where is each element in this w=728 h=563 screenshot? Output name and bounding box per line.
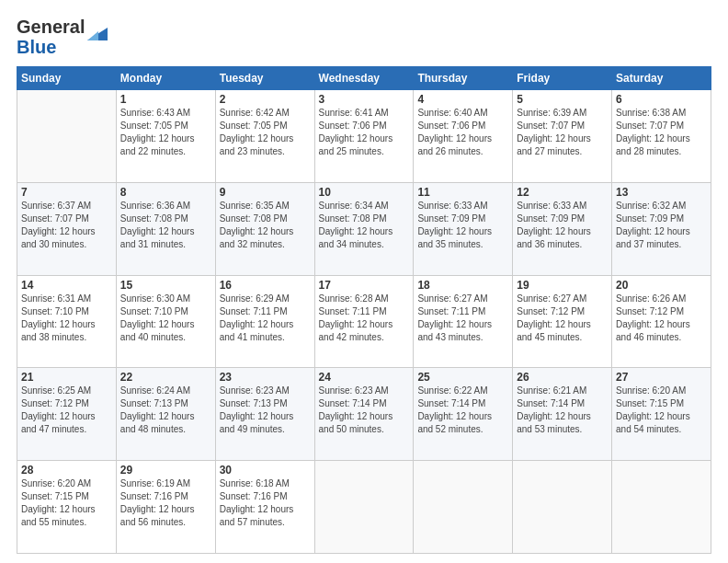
day-info: Sunrise: 6:27 AM Sunset: 7:12 PM Dayligh… bbox=[517, 293, 608, 344]
day-info: Sunrise: 6:32 AM Sunset: 7:09 PM Dayligh… bbox=[616, 200, 707, 251]
table-row: 28Sunrise: 6:20 AM Sunset: 7:15 PM Dayli… bbox=[17, 461, 117, 554]
day-info: Sunrise: 6:39 AM Sunset: 7:07 PM Dayligh… bbox=[517, 107, 608, 158]
day-info: Sunrise: 6:38 AM Sunset: 7:07 PM Dayligh… bbox=[616, 107, 707, 158]
day-number: 8 bbox=[120, 186, 211, 199]
table-row: 23Sunrise: 6:23 AM Sunset: 7:13 PM Dayli… bbox=[215, 368, 314, 461]
day-number: 26 bbox=[517, 371, 608, 384]
table-row: 15Sunrise: 6:30 AM Sunset: 7:10 PM Dayli… bbox=[116, 275, 215, 368]
day-number: 27 bbox=[616, 371, 707, 384]
header: General Blue bbox=[17, 17, 711, 57]
day-number: 29 bbox=[120, 464, 211, 477]
day-info: Sunrise: 6:35 AM Sunset: 7:08 PM Dayligh… bbox=[220, 200, 311, 251]
day-info: Sunrise: 6:34 AM Sunset: 7:08 PM Dayligh… bbox=[319, 200, 410, 251]
calendar-week-row: 28Sunrise: 6:20 AM Sunset: 7:15 PM Dayli… bbox=[17, 461, 711, 554]
day-info: Sunrise: 6:41 AM Sunset: 7:06 PM Dayligh… bbox=[319, 107, 410, 158]
day-number: 11 bbox=[417, 186, 508, 199]
day-info: Sunrise: 6:18 AM Sunset: 7:16 PM Dayligh… bbox=[220, 477, 311, 529]
table-row: 4Sunrise: 6:40 AM Sunset: 7:06 PM Daylig… bbox=[414, 90, 513, 183]
table-row: 25Sunrise: 6:22 AM Sunset: 7:14 PM Dayli… bbox=[414, 368, 513, 461]
table-row: 6Sunrise: 6:38 AM Sunset: 7:07 PM Daylig… bbox=[612, 90, 711, 183]
logo-text: General Blue bbox=[17, 17, 85, 57]
col-wednesday: Wednesday bbox=[314, 67, 414, 90]
day-info: Sunrise: 6:43 AM Sunset: 7:05 PM Dayligh… bbox=[120, 107, 211, 158]
logo-icon bbox=[87, 24, 108, 40]
logo-general: General bbox=[17, 17, 85, 37]
day-number: 21 bbox=[21, 371, 112, 384]
day-info: Sunrise: 6:30 AM Sunset: 7:10 PM Dayligh… bbox=[120, 293, 211, 344]
day-number: 18 bbox=[417, 279, 508, 292]
day-number: 16 bbox=[220, 279, 311, 292]
calendar-week-row: 14Sunrise: 6:31 AM Sunset: 7:10 PM Dayli… bbox=[17, 275, 711, 368]
table-row: 24Sunrise: 6:23 AM Sunset: 7:14 PM Dayli… bbox=[314, 368, 414, 461]
day-info: Sunrise: 6:33 AM Sunset: 7:09 PM Dayligh… bbox=[517, 200, 608, 251]
logo: General Blue bbox=[17, 17, 108, 57]
table-row: 14Sunrise: 6:31 AM Sunset: 7:10 PM Dayli… bbox=[17, 275, 117, 368]
day-number: 14 bbox=[21, 279, 112, 292]
day-info: Sunrise: 6:25 AM Sunset: 7:12 PM Dayligh… bbox=[21, 385, 112, 436]
table-row: 7Sunrise: 6:37 AM Sunset: 7:07 PM Daylig… bbox=[17, 182, 117, 275]
day-number: 30 bbox=[220, 464, 311, 477]
day-number: 3 bbox=[319, 93, 410, 106]
calendar-week-row: 21Sunrise: 6:25 AM Sunset: 7:12 PM Dayli… bbox=[17, 368, 711, 461]
day-number: 15 bbox=[120, 279, 211, 292]
day-number: 19 bbox=[517, 279, 608, 292]
table-row bbox=[513, 461, 612, 554]
day-info: Sunrise: 6:22 AM Sunset: 7:14 PM Dayligh… bbox=[417, 385, 508, 436]
day-info: Sunrise: 6:20 AM Sunset: 7:15 PM Dayligh… bbox=[616, 385, 707, 436]
day-info: Sunrise: 6:28 AM Sunset: 7:11 PM Dayligh… bbox=[319, 293, 410, 344]
table-row: 11Sunrise: 6:33 AM Sunset: 7:09 PM Dayli… bbox=[414, 182, 513, 275]
day-number: 17 bbox=[319, 279, 410, 292]
day-info: Sunrise: 6:40 AM Sunset: 7:06 PM Dayligh… bbox=[417, 107, 508, 158]
table-row: 16Sunrise: 6:29 AM Sunset: 7:11 PM Dayli… bbox=[215, 275, 314, 368]
day-number: 10 bbox=[319, 186, 410, 199]
table-row: 18Sunrise: 6:27 AM Sunset: 7:11 PM Dayli… bbox=[414, 275, 513, 368]
day-info: Sunrise: 6:26 AM Sunset: 7:12 PM Dayligh… bbox=[616, 293, 707, 344]
col-friday: Friday bbox=[513, 67, 612, 90]
day-info: Sunrise: 6:21 AM Sunset: 7:14 PM Dayligh… bbox=[517, 385, 608, 436]
day-number: 13 bbox=[616, 186, 707, 199]
table-row: 9Sunrise: 6:35 AM Sunset: 7:08 PM Daylig… bbox=[215, 182, 314, 275]
table-row: 1Sunrise: 6:43 AM Sunset: 7:05 PM Daylig… bbox=[116, 90, 215, 183]
day-number: 1 bbox=[120, 93, 211, 106]
calendar-week-row: 7Sunrise: 6:37 AM Sunset: 7:07 PM Daylig… bbox=[17, 182, 711, 275]
table-row: 30Sunrise: 6:18 AM Sunset: 7:16 PM Dayli… bbox=[215, 461, 314, 554]
table-row: 10Sunrise: 6:34 AM Sunset: 7:08 PM Dayli… bbox=[314, 182, 414, 275]
day-number: 25 bbox=[417, 371, 508, 384]
day-info: Sunrise: 6:20 AM Sunset: 7:15 PM Dayligh… bbox=[21, 477, 112, 529]
day-info: Sunrise: 6:27 AM Sunset: 7:11 PM Dayligh… bbox=[417, 293, 508, 344]
logo-blue: Blue bbox=[17, 37, 56, 57]
calendar-header-row: Sunday Monday Tuesday Wednesday Thursday… bbox=[17, 67, 711, 90]
calendar-week-row: 1Sunrise: 6:43 AM Sunset: 7:05 PM Daylig… bbox=[17, 90, 711, 183]
day-number: 28 bbox=[21, 464, 112, 477]
col-tuesday: Tuesday bbox=[215, 67, 314, 90]
day-number: 9 bbox=[220, 186, 311, 199]
day-info: Sunrise: 6:23 AM Sunset: 7:13 PM Dayligh… bbox=[220, 385, 311, 436]
table-row: 3Sunrise: 6:41 AM Sunset: 7:06 PM Daylig… bbox=[314, 90, 414, 183]
calendar-table: Sunday Monday Tuesday Wednesday Thursday… bbox=[17, 66, 711, 554]
col-saturday: Saturday bbox=[612, 67, 711, 90]
table-row: 29Sunrise: 6:19 AM Sunset: 7:16 PM Dayli… bbox=[116, 461, 215, 554]
day-info: Sunrise: 6:33 AM Sunset: 7:09 PM Dayligh… bbox=[417, 200, 508, 251]
table-row: 21Sunrise: 6:25 AM Sunset: 7:12 PM Dayli… bbox=[17, 368, 117, 461]
table-row: 2Sunrise: 6:42 AM Sunset: 7:05 PM Daylig… bbox=[215, 90, 314, 183]
table-row bbox=[612, 461, 711, 554]
day-number: 7 bbox=[21, 186, 112, 199]
table-row bbox=[17, 90, 117, 183]
table-row: 22Sunrise: 6:24 AM Sunset: 7:13 PM Dayli… bbox=[116, 368, 215, 461]
day-number: 12 bbox=[517, 186, 608, 199]
table-row bbox=[414, 461, 513, 554]
day-info: Sunrise: 6:37 AM Sunset: 7:07 PM Dayligh… bbox=[21, 200, 112, 251]
table-row: 20Sunrise: 6:26 AM Sunset: 7:12 PM Dayli… bbox=[612, 275, 711, 368]
day-info: Sunrise: 6:29 AM Sunset: 7:11 PM Dayligh… bbox=[220, 293, 311, 344]
table-row: 27Sunrise: 6:20 AM Sunset: 7:15 PM Dayli… bbox=[612, 368, 711, 461]
day-number: 22 bbox=[120, 371, 211, 384]
svg-marker-1 bbox=[87, 31, 98, 40]
day-number: 23 bbox=[220, 371, 311, 384]
day-number: 24 bbox=[319, 371, 410, 384]
table-row: 8Sunrise: 6:36 AM Sunset: 7:08 PM Daylig… bbox=[116, 182, 215, 275]
table-row: 5Sunrise: 6:39 AM Sunset: 7:07 PM Daylig… bbox=[513, 90, 612, 183]
day-info: Sunrise: 6:42 AM Sunset: 7:05 PM Dayligh… bbox=[220, 107, 311, 158]
day-number: 4 bbox=[417, 93, 508, 106]
table-row: 13Sunrise: 6:32 AM Sunset: 7:09 PM Dayli… bbox=[612, 182, 711, 275]
table-row bbox=[314, 461, 414, 554]
